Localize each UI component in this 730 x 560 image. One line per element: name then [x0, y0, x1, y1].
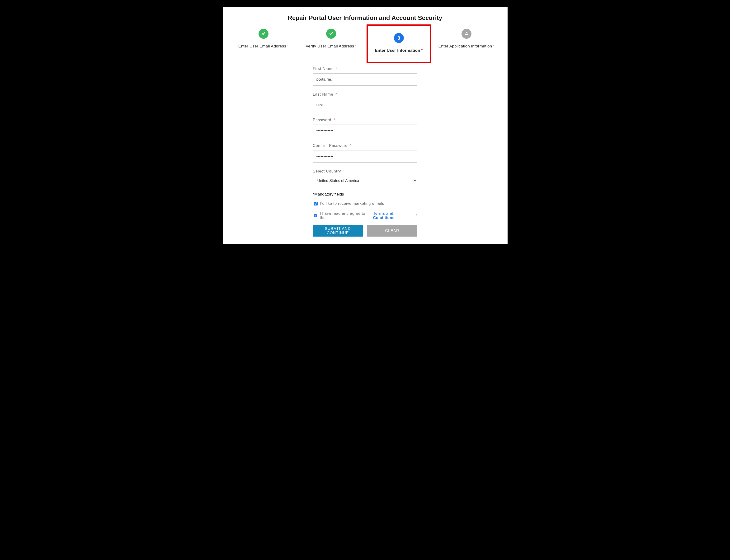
required-star: *	[333, 118, 335, 122]
stepper: Enter User Email Address* Verify User Em…	[230, 29, 501, 57]
button-row: SUBMIT AND CONTINUE CLEAR	[313, 225, 417, 237]
required-star: *	[287, 44, 289, 48]
step-circle-4: 4	[462, 29, 472, 39]
last-name-label: Last Name *	[313, 92, 417, 97]
marketing-opt-in-checkbox[interactable]	[314, 202, 317, 205]
step-circle-2	[326, 29, 336, 39]
required-star: *	[336, 67, 337, 71]
terms-link[interactable]: Terms and Conditions	[373, 211, 413, 220]
password-label: Password *	[313, 118, 417, 122]
mandatory-note: *Mandatory fields	[313, 192, 417, 197]
user-info-form: First Name * Last Name * Password * Conf…	[313, 67, 417, 237]
highlight-box	[367, 24, 431, 63]
required-star: *	[493, 44, 495, 48]
step-number-4: 4	[465, 31, 468, 37]
page-title: Repair Portal User Information and Accou…	[230, 14, 501, 22]
registration-card: Repair Portal User Information and Accou…	[223, 7, 508, 244]
step-circle-1	[258, 29, 268, 39]
country-label: Select Country *	[313, 169, 417, 173]
last-name-input[interactable]	[313, 99, 417, 111]
required-star: *	[335, 92, 337, 96]
step-label-3: Enter User Information*	[375, 48, 423, 53]
required-star: *	[350, 144, 351, 148]
confirm-password-input[interactable]	[313, 150, 417, 163]
password-input[interactable]	[313, 125, 417, 137]
terms-checkbox[interactable]	[314, 214, 317, 218]
step-verify-email: Verify User Email Address*	[297, 29, 365, 49]
clear-button[interactable]: CLEAR	[367, 225, 417, 237]
required-star: *	[343, 169, 345, 173]
first-name-label: First Name *	[313, 67, 417, 71]
step-label-2: Verify User Email Address*	[297, 44, 365, 49]
step-enter-email: Enter User Email Address*	[230, 29, 297, 49]
check-icon	[328, 31, 334, 37]
step-label-4: Enter Application Information*	[433, 44, 501, 49]
confirm-password-label: Confirm Password *	[313, 144, 417, 148]
step-user-info: 3 Enter User Information*	[365, 29, 433, 58]
first-name-input[interactable]	[313, 73, 417, 86]
marketing-opt-in-label[interactable]: I'd like to receive marketing emails	[320, 201, 384, 206]
terms-prefix[interactable]: I have read and agree to the	[320, 211, 368, 220]
terms-row: I have read and agree to the Terms and C…	[313, 211, 417, 220]
submit-button[interactable]: SUBMIT AND CONTINUE	[313, 225, 363, 237]
required-star: *	[416, 214, 417, 218]
step-label-1: Enter User Email Address*	[230, 44, 297, 49]
step-application-info: 4 Enter Application Information*	[433, 29, 501, 49]
required-star: *	[421, 48, 423, 53]
step-circle-3: 3	[394, 33, 404, 43]
step-number-3: 3	[398, 35, 400, 41]
marketing-opt-in-row: I'd like to receive marketing emails	[313, 201, 417, 206]
check-icon	[261, 31, 266, 37]
required-star: *	[355, 44, 357, 48]
country-select[interactable]: United States of America	[313, 176, 417, 185]
